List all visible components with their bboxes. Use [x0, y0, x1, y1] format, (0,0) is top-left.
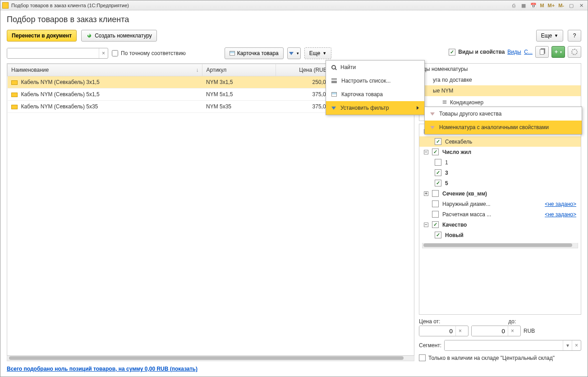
- prop-checkbox[interactable]: [432, 200, 439, 207]
- titlebar-m-button[interactable]: M: [538, 3, 546, 8]
- folder-icon: [11, 93, 18, 97]
- help-button[interactable]: ?: [568, 30, 581, 42]
- price-from-clear[interactable]: ×: [455, 326, 464, 336]
- filter-icon: [430, 112, 435, 116]
- titlebar-calc-icon[interactable]: ▦: [519, 2, 528, 9]
- search-clear-button[interactable]: ×: [99, 48, 108, 58]
- app-window: Подбор товаров в заказ клиента (1С:Предп…: [0, 0, 588, 377]
- more-grid-button[interactable]: Еще ▼: [304, 47, 331, 59]
- price-to-input[interactable]: [472, 326, 508, 336]
- folder-icon: [11, 80, 18, 85]
- prop-value-sevkabel[interactable]: Севкабель: [419, 136, 581, 147]
- menu-set-filter[interactable]: Установить фильтр: [326, 101, 424, 115]
- window-title: Подбор товаров в заказ клиента (1С:Предп…: [11, 3, 129, 8]
- prop-checkbox[interactable]: [432, 149, 439, 155]
- tree-row[interactable]: уга по доставке: [419, 74, 581, 85]
- transfer-button[interactable]: Перенести в документ: [7, 30, 77, 42]
- prop-checkbox[interactable]: [435, 169, 441, 176]
- titlebar-mplus-button[interactable]: M+: [546, 3, 557, 8]
- more-top-button[interactable]: Еще ▼: [536, 30, 563, 42]
- segment-field: ▾ ×: [444, 340, 581, 351]
- page-title: Подбор товаров в заказ клиента: [7, 15, 581, 24]
- collapse-icon[interactable]: −: [424, 150, 428, 154]
- expand-icon[interactable]: +: [424, 191, 428, 196]
- filter-icon: [430, 126, 435, 129]
- notset-link[interactable]: <не задано>: [545, 201, 576, 207]
- price-filter-row: Цена от: до:: [419, 318, 581, 325]
- col-name-header[interactable]: Наименование↓: [8, 64, 202, 76]
- prop-checkbox[interactable]: [435, 232, 441, 238]
- prop-checkbox[interactable]: [435, 138, 441, 145]
- price-inputs-row: × × RUB: [419, 326, 581, 336]
- segment-label: Сегмент:: [419, 342, 441, 349]
- submenu-other-quality[interactable]: Товары другого качества: [425, 107, 582, 121]
- create-nomenclature-button[interactable]: Создать номенклатуру: [81, 30, 157, 42]
- prop-value-1[interactable]: 1: [419, 157, 581, 168]
- folder-icon: [11, 105, 18, 109]
- tree-row[interactable]: ды номенклатуры: [419, 64, 581, 74]
- price-from-input[interactable]: [419, 326, 455, 336]
- content-area: Подбор товаров в заказ клиента Перенести…: [0, 10, 588, 377]
- menu-find[interactable]: Найти: [326, 61, 424, 74]
- app-logo-icon: [2, 2, 9, 9]
- s-link[interactable]: С...: [524, 49, 533, 55]
- prop-value-3[interactable]: 3: [419, 168, 581, 178]
- prop-checkbox[interactable]: [432, 190, 439, 197]
- prop-checkbox[interactable]: [432, 221, 439, 228]
- copy-icon: [540, 49, 544, 55]
- segment-clear-button[interactable]: ×: [572, 340, 581, 350]
- settings-button[interactable]: [568, 46, 581, 58]
- menu-configure-list[interactable]: Настроить список...: [326, 74, 424, 88]
- collapse-icon[interactable]: −: [424, 223, 428, 227]
- col-article-header[interactable]: Артикул: [202, 64, 276, 76]
- properties-panel: −Производитель Севкабель −Число жил 1 3 …: [419, 124, 581, 315]
- gear-icon: [571, 49, 578, 55]
- titlebar-calendar-icon[interactable]: 📅: [529, 2, 538, 9]
- add-button[interactable]: +▾: [551, 46, 565, 58]
- filter-dropdown-button[interactable]: ▾: [287, 47, 301, 59]
- prop-checkbox[interactable]: [435, 159, 441, 166]
- menu-product-card[interactable]: Карточка товара: [326, 88, 424, 101]
- prop-group-section[interactable]: +Сечение (кв_мм): [419, 188, 581, 199]
- prop-value-5[interactable]: 5: [419, 178, 581, 188]
- prop-group-cores[interactable]: −Число жил: [419, 147, 581, 157]
- price-from-field: ×: [419, 326, 469, 336]
- prop-value-new[interactable]: Новый: [419, 230, 581, 240]
- grid-hscrollbar[interactable]: [7, 356, 414, 361]
- titlebar-maximize-icon[interactable]: ▢: [567, 2, 576, 9]
- submenu-analog-props[interactable]: Номенклатура с аналогичными свойствами: [425, 121, 582, 134]
- prop-checkbox[interactable]: [435, 180, 441, 186]
- views-props-checkbox[interactable]: [449, 49, 455, 56]
- stock-only-row: Только в наличии на складе "Центральный …: [419, 354, 581, 361]
- price-to-field: ×: [471, 326, 521, 336]
- tree-row-selected[interactable]: ые NYM: [419, 85, 581, 96]
- filter-toolbar: × По точному соответствию Карточка товар…: [7, 46, 581, 61]
- props-hscrollbar[interactable]: [422, 243, 578, 248]
- titlebar-print-icon[interactable]: ⎙: [509, 2, 518, 9]
- segment-dropdown-button[interactable]: ▾: [563, 340, 572, 350]
- card-icon: [230, 51, 235, 56]
- filter-icon: [331, 107, 336, 110]
- product-card-button[interactable]: Карточка товара: [225, 47, 284, 59]
- right-toolbar: Виды и свойства Виды С... +▾: [449, 46, 581, 58]
- exact-match-checkbox[interactable]: По точному соответствию: [112, 50, 186, 56]
- summary-link[interactable]: Всего подобрано ноль позиций товаров, на…: [7, 366, 198, 372]
- prop-group-quality[interactable]: −Качество: [419, 219, 581, 230]
- search-input[interactable]: [7, 48, 99, 58]
- stock-only-checkbox[interactable]: [419, 354, 426, 361]
- notset-link[interactable]: <не задано>: [545, 211, 576, 218]
- titlebar-close-icon[interactable]: ✕: [577, 2, 586, 9]
- prop-diameter[interactable]: Наружный диаме...<не задано>: [419, 199, 581, 209]
- filter-icon: [289, 52, 294, 55]
- views-link[interactable]: Виды: [507, 49, 521, 55]
- col-price-header[interactable]: Цена (RUB): [276, 64, 332, 76]
- price-to-clear[interactable]: ×: [508, 326, 517, 336]
- copy-button[interactable]: [535, 46, 549, 58]
- prop-checkbox[interactable]: [432, 211, 439, 218]
- titlebar-mminus-button[interactable]: M-: [556, 3, 566, 8]
- currency-label: RUB: [524, 328, 535, 334]
- prop-mass[interactable]: Расчетная масса ...<не задано>: [419, 209, 581, 219]
- price-to-label: до:: [508, 318, 516, 325]
- segment-input[interactable]: [445, 340, 563, 350]
- search-icon: [331, 65, 336, 70]
